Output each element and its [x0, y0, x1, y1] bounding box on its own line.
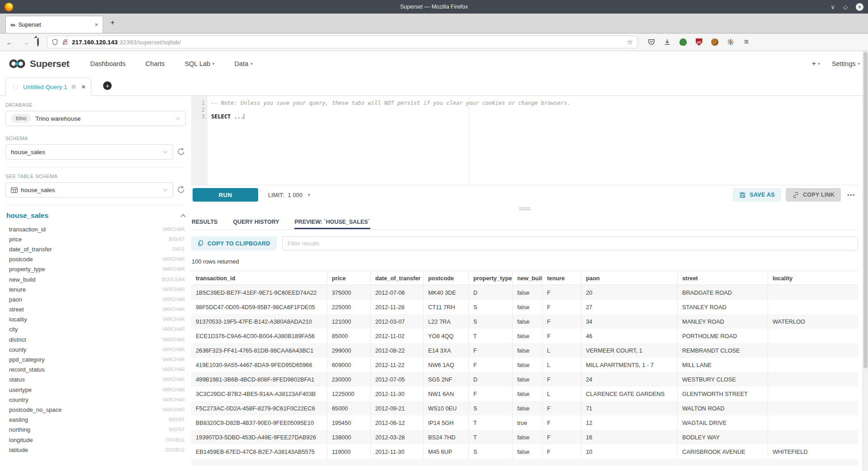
lock-slash-icon[interactable]	[62, 38, 68, 46]
table-cell: 1B5C39ED-BE7F-41EF-9E71-9C60EED74A22	[191, 285, 327, 300]
nav-item-sql-lab[interactable]: SQL Lab▾	[184, 60, 214, 67]
header-cell[interactable]: street	[677, 271, 768, 285]
schema-select[interactable]: house_sales	[5, 144, 173, 160]
table-cell: EB1459EB-67ED-47C8-B2E7-A38143AB5575	[191, 444, 327, 459]
run-button[interactable]: RUN	[193, 188, 258, 202]
table-cell: 1225000	[327, 386, 370, 401]
column-type: VARCHAR	[162, 297, 185, 302]
limit-dropdown[interactable]: LIMIT: 1 000 ▾	[268, 192, 310, 198]
browser-tab-close-button[interactable]: ×	[94, 21, 98, 28]
url-bar[interactable]: 217.160.120.143:32393/superset/sqllab/ ☆	[47, 36, 637, 48]
query-tab-close-button[interactable]: ×	[82, 83, 85, 90]
table-cell: F	[542, 415, 581, 430]
window-minimize-chevron-icon[interactable]: ∨	[830, 4, 835, 10]
new-tab-button[interactable]: +	[110, 18, 115, 27]
nav-item-data[interactable]: Data▾	[235, 60, 253, 67]
window-maximize-icon[interactable]: ◇	[843, 4, 848, 10]
database-select[interactable]: trino Trino warehouse	[5, 111, 186, 126]
table-cell: true	[512, 415, 542, 430]
settings-menu-button[interactable]: Settings▾	[832, 60, 860, 67]
drag-handle-icon[interactable]: ⋮⋮	[11, 84, 19, 90]
nav-item-dashboards[interactable]: Dashboards	[90, 60, 125, 67]
more-options-button[interactable]: •••	[845, 192, 857, 198]
header-cell[interactable]: price	[327, 271, 370, 285]
browser-tab[interactable]: ∞ Superset ×	[5, 16, 103, 33]
code-line: -- Note: Unless you save your query, the…	[211, 100, 858, 107]
plus-menu-button[interactable]: +▾	[812, 59, 820, 68]
column-row: postcodeVARCHAR	[5, 254, 186, 264]
column-type: BOOLEAN	[162, 277, 185, 282]
column-type: VARCHAR	[162, 327, 185, 332]
filter-results-input[interactable]	[282, 236, 858, 250]
page-scrollbar[interactable]	[863, 51, 868, 471]
copy-link-button[interactable]: COPY LINK	[786, 188, 841, 202]
menu-icon[interactable]: ≡	[742, 38, 750, 46]
query-tab[interactable]: ⋮⋮ Untitled Query 1 ×	[5, 78, 91, 96]
table-cell: 16	[581, 430, 677, 444]
header-cell[interactable]: date_of_transfer	[370, 271, 423, 285]
table-cell: 2636F323-FF41-4765-81DB-98CAA6A43BC1	[191, 343, 327, 358]
splitter-handle-icon[interactable]	[519, 207, 531, 210]
table-cell: 121000	[327, 314, 370, 329]
table-cell	[768, 358, 858, 372]
window-close-button[interactable]: ×	[856, 3, 863, 11]
tab-query-history[interactable]: QUERY HISTORY	[232, 216, 279, 229]
table-refresh-button[interactable]	[177, 185, 186, 194]
table-cell: F	[542, 329, 581, 343]
bookmark-star-icon[interactable]: ☆	[627, 38, 633, 46]
table-cell: 299000	[327, 343, 370, 358]
editor-code[interactable]: -- Note: Unless you save your query, the…	[208, 96, 858, 185]
shield-icon[interactable]	[52, 38, 58, 46]
header-cell[interactable]: postcode	[423, 271, 468, 285]
schema-refresh-button[interactable]	[177, 147, 186, 156]
superset-brand[interactable]: Superset	[8, 58, 69, 69]
header-cell[interactable]: property_type	[468, 271, 512, 285]
container-asterisk-icon[interactable]	[726, 38, 735, 46]
results-tab-bar: RESULTSQUERY HISTORYPREVIEW: `HOUSE_SALE…	[191, 216, 858, 230]
tab-preview-house-sales[interactable]: PREVIEW: `HOUSE_SALES`	[294, 216, 370, 229]
sql-editor[interactable]: 123 -- Note: Unless you save your query,…	[191, 96, 858, 185]
tab-results[interactable]: RESULTS	[191, 216, 218, 229]
reload-button[interactable]	[37, 38, 39, 46]
scrollbar-thumb[interactable]	[863, 52, 868, 368]
table-select[interactable]: house_sales	[5, 182, 173, 198]
nav-item-charts[interactable]: Charts	[146, 60, 165, 67]
table-cell: 119000	[327, 444, 370, 459]
header-cell[interactable]: paon	[581, 271, 677, 285]
brand-name: Superset	[30, 58, 69, 69]
privacy-badger-icon[interactable]	[679, 38, 687, 46]
forward-button[interactable]: →	[21, 38, 31, 46]
table-cell: 27	[581, 300, 677, 314]
back-button[interactable]: ←	[5, 38, 14, 46]
url-path: :32393/superset/sqllab/	[118, 39, 181, 46]
table-cell: false	[512, 358, 542, 372]
cookie-icon[interactable]	[711, 38, 719, 46]
pocket-icon[interactable]	[647, 38, 656, 46]
pane-splitter[interactable]	[191, 204, 858, 213]
table-cell: 230000	[327, 372, 370, 386]
database-value: Trino warehouse	[35, 115, 80, 122]
table-cell: REMBRANDT CLOSE	[677, 343, 768, 358]
table-cell: 609000	[327, 358, 370, 372]
column-name: longitude	[9, 437, 33, 443]
column-name: status	[9, 376, 25, 383]
table-cell: 2012-07-05	[370, 372, 423, 386]
header-cell[interactable]: transaction_id	[191, 271, 327, 285]
column-type: VARCHAR	[162, 267, 185, 272]
results-table: transaction_idpricedate_of_transferpostc…	[191, 271, 858, 466]
download-icon[interactable]	[663, 38, 671, 46]
ublock-icon[interactable]: uO	[695, 38, 703, 46]
column-type: VARCHAR	[162, 287, 185, 292]
table-cell: 2012-11-30	[370, 386, 423, 401]
table-cell: L	[542, 343, 581, 358]
limit-value: 1 000	[288, 192, 302, 198]
window-title: Superset — Mozilla Firefox	[0, 4, 868, 10]
save-as-button[interactable]: SAVE AS	[733, 188, 781, 202]
header-cell[interactable]: new_build	[512, 271, 542, 285]
header-cell[interactable]: tenure	[542, 271, 581, 285]
collapse-chevron-up-icon[interactable]	[180, 214, 186, 217]
add-query-tab-button[interactable]: +	[103, 81, 112, 90]
copy-to-clipboard-button[interactable]: COPY TO CLIPBOARD	[191, 236, 277, 250]
header-cell[interactable]: locality	[768, 271, 858, 285]
results-table-body: 1B5C39ED-BE7F-41EF-9E71-9C60EED74A223750…	[191, 285, 858, 466]
